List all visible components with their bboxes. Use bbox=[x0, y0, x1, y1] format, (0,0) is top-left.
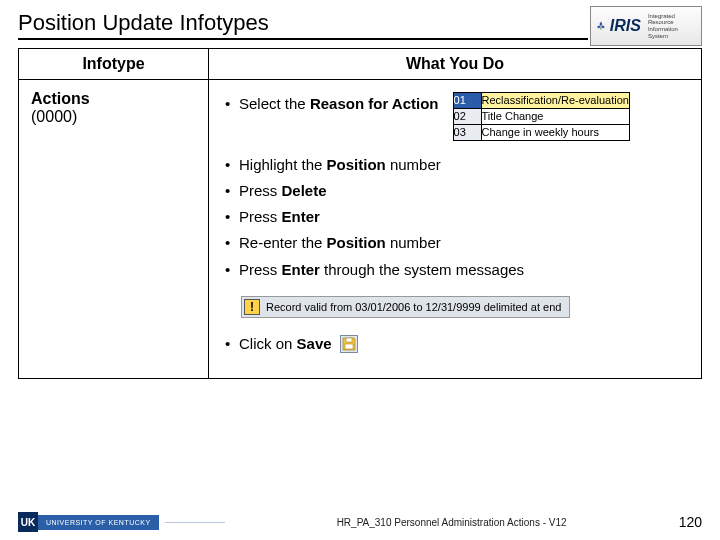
step-7: Click on Save bbox=[223, 334, 687, 354]
step-6: Press Enter through the system messages bbox=[223, 260, 687, 280]
step-1: Select the Reason for Action 01 Reclassi… bbox=[223, 94, 687, 141]
warning-message: ! Record valid from 03/01/2006 to 12/31/… bbox=[241, 296, 570, 318]
infotype-cell: Actions (0000) bbox=[19, 80, 208, 136]
page-number: 120 bbox=[679, 514, 702, 530]
iris-logo-text: IRIS bbox=[610, 17, 641, 35]
svg-rect-6 bbox=[345, 344, 353, 349]
footer-divider bbox=[165, 522, 225, 523]
iris-flower-icon bbox=[596, 15, 606, 37]
footer: UK UNIVERSITY OF KENTUCKY HR_PA_310 Pers… bbox=[0, 512, 720, 532]
svg-rect-3 bbox=[600, 27, 601, 30]
footer-doc-title: HR_PA_310 Personnel Administration Actio… bbox=[225, 517, 679, 528]
iris-logo-subtitle: Integrated Resource Information System bbox=[648, 13, 696, 39]
save-icon bbox=[340, 335, 358, 353]
header-whatyoudo: What You Do bbox=[209, 49, 702, 80]
uk-logo-long: UNIVERSITY OF KENTUCKY bbox=[38, 515, 159, 530]
infotype-name: Actions bbox=[31, 90, 196, 108]
step-2: Highlight the Position number bbox=[223, 155, 687, 175]
infotype-code: (0000) bbox=[31, 108, 77, 125]
uk-logo: UK UNIVERSITY OF KENTUCKY bbox=[18, 512, 159, 532]
reason-row-03: 03 Change in weekly hours bbox=[453, 124, 629, 140]
reason-row-02: 02 Title Change bbox=[453, 108, 629, 124]
step-5: Re-enter the Position number bbox=[223, 233, 687, 253]
page-title: Position Update Infotypes bbox=[18, 10, 269, 36]
step-4: Press Enter bbox=[223, 207, 687, 227]
iris-logo: IRIS Integrated Resource Information Sys… bbox=[590, 6, 702, 46]
infotype-table: Infotype What You Do Actions (0000) Sele… bbox=[18, 48, 702, 379]
reason-row-01: 01 Reclassification/Re-evaluation bbox=[453, 93, 629, 109]
uk-logo-short: UK bbox=[18, 512, 38, 532]
svg-point-0 bbox=[600, 22, 602, 26]
warning-text: Record valid from 03/01/2006 to 12/31/99… bbox=[266, 301, 561, 313]
header-infotype: Infotype bbox=[19, 49, 209, 80]
warning-icon: ! bbox=[244, 299, 260, 315]
reason-dropdown: 01 Reclassification/Re-evaluation 02 Tit… bbox=[453, 92, 630, 141]
step-3: Press Delete bbox=[223, 181, 687, 201]
svg-rect-5 bbox=[346, 338, 352, 342]
